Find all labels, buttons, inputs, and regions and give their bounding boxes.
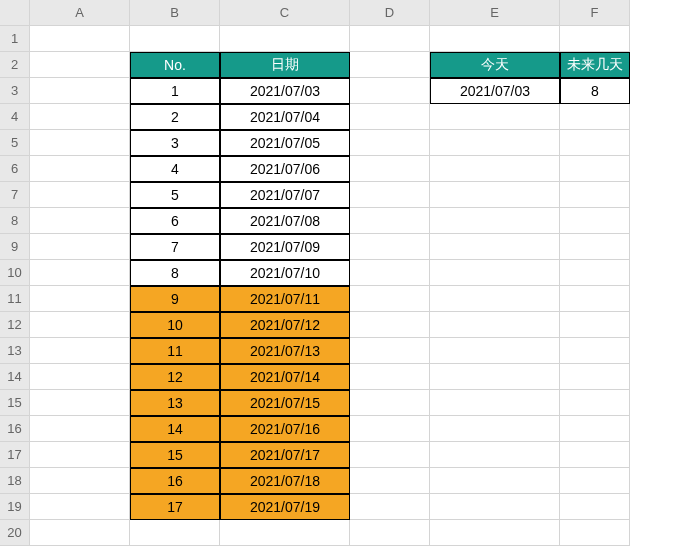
cell-e16[interactable]: [430, 416, 560, 442]
cell-a8[interactable]: [30, 208, 130, 234]
table-cell-date[interactable]: 2021/07/10: [220, 260, 350, 286]
header-date[interactable]: 日期: [220, 52, 350, 78]
cell-e10[interactable]: [430, 260, 560, 286]
table-cell-date[interactable]: 2021/07/09: [220, 234, 350, 260]
cell-a1[interactable]: [30, 26, 130, 52]
cell-d4[interactable]: [350, 104, 430, 130]
cell-a2[interactable]: [30, 52, 130, 78]
cell-a18[interactable]: [30, 468, 130, 494]
cell-a4[interactable]: [30, 104, 130, 130]
row-header-12[interactable]: 12: [0, 312, 30, 338]
cell-e12[interactable]: [430, 312, 560, 338]
table-cell-no[interactable]: 1: [130, 78, 220, 104]
table-cell-date[interactable]: 2021/07/17: [220, 442, 350, 468]
cell-f20[interactable]: [560, 520, 630, 546]
cell-d1[interactable]: [350, 26, 430, 52]
row-header-9[interactable]: 9: [0, 234, 30, 260]
header-today[interactable]: 今天: [430, 52, 560, 78]
cell-f13[interactable]: [560, 338, 630, 364]
cell-c1[interactable]: [220, 26, 350, 52]
cell-f4[interactable]: [560, 104, 630, 130]
row-header-13[interactable]: 13: [0, 338, 30, 364]
cell-d12[interactable]: [350, 312, 430, 338]
table-cell-date[interactable]: 2021/07/15: [220, 390, 350, 416]
row-header-4[interactable]: 4: [0, 104, 30, 130]
cell-e17[interactable]: [430, 442, 560, 468]
row-header-11[interactable]: 11: [0, 286, 30, 312]
cell-a16[interactable]: [30, 416, 130, 442]
cell-a3[interactable]: [30, 78, 130, 104]
row-header-15[interactable]: 15: [0, 390, 30, 416]
cell-d10[interactable]: [350, 260, 430, 286]
table-cell-no[interactable]: 6: [130, 208, 220, 234]
cell-f11[interactable]: [560, 286, 630, 312]
table-cell-date[interactable]: 2021/07/04: [220, 104, 350, 130]
table-cell-no[interactable]: 4: [130, 156, 220, 182]
cell-e5[interactable]: [430, 130, 560, 156]
cell-f19[interactable]: [560, 494, 630, 520]
cell-d17[interactable]: [350, 442, 430, 468]
col-header-f[interactable]: F: [560, 0, 630, 26]
cell-d9[interactable]: [350, 234, 430, 260]
table-cell-no[interactable]: 8: [130, 260, 220, 286]
cell-f6[interactable]: [560, 156, 630, 182]
cell-d11[interactable]: [350, 286, 430, 312]
cell-b1[interactable]: [130, 26, 220, 52]
cell-f14[interactable]: [560, 364, 630, 390]
cell-e19[interactable]: [430, 494, 560, 520]
cell-a14[interactable]: [30, 364, 130, 390]
cell-b20[interactable]: [130, 520, 220, 546]
table-cell-date[interactable]: 2021/07/05: [220, 130, 350, 156]
table-cell-date[interactable]: 2021/07/12: [220, 312, 350, 338]
corner-cell[interactable]: [0, 0, 30, 26]
table-cell-no[interactable]: 16: [130, 468, 220, 494]
cell-a19[interactable]: [30, 494, 130, 520]
cell-e20[interactable]: [430, 520, 560, 546]
cell-e13[interactable]: [430, 338, 560, 364]
cell-a5[interactable]: [30, 130, 130, 156]
cell-e18[interactable]: [430, 468, 560, 494]
col-header-d[interactable]: D: [350, 0, 430, 26]
cell-e11[interactable]: [430, 286, 560, 312]
row-header-2[interactable]: 2: [0, 52, 30, 78]
table-cell-no[interactable]: 2: [130, 104, 220, 130]
cell-e8[interactable]: [430, 208, 560, 234]
table-cell-no[interactable]: 13: [130, 390, 220, 416]
cell-f7[interactable]: [560, 182, 630, 208]
col-header-a[interactable]: A: [30, 0, 130, 26]
cell-d7[interactable]: [350, 182, 430, 208]
cell-a12[interactable]: [30, 312, 130, 338]
row-header-10[interactable]: 10: [0, 260, 30, 286]
row-header-17[interactable]: 17: [0, 442, 30, 468]
table-cell-date[interactable]: 2021/07/11: [220, 286, 350, 312]
cell-a9[interactable]: [30, 234, 130, 260]
cell-d18[interactable]: [350, 468, 430, 494]
table-cell-no[interactable]: 11: [130, 338, 220, 364]
table-cell-no[interactable]: 17: [130, 494, 220, 520]
row-header-8[interactable]: 8: [0, 208, 30, 234]
cell-a7[interactable]: [30, 182, 130, 208]
table-cell-date[interactable]: 2021/07/19: [220, 494, 350, 520]
row-header-20[interactable]: 20: [0, 520, 30, 546]
cell-c20[interactable]: [220, 520, 350, 546]
row-header-14[interactable]: 14: [0, 364, 30, 390]
table-cell-date[interactable]: 2021/07/13: [220, 338, 350, 364]
cell-d20[interactable]: [350, 520, 430, 546]
cell-d16[interactable]: [350, 416, 430, 442]
table-cell-date[interactable]: 2021/07/07: [220, 182, 350, 208]
cell-f10[interactable]: [560, 260, 630, 286]
header-no[interactable]: No.: [130, 52, 220, 78]
row-header-3[interactable]: 3: [0, 78, 30, 104]
value-future-days[interactable]: 8: [560, 78, 630, 104]
col-header-c[interactable]: C: [220, 0, 350, 26]
table-cell-date[interactable]: 2021/07/08: [220, 208, 350, 234]
cell-f12[interactable]: [560, 312, 630, 338]
table-cell-date[interactable]: 2021/07/16: [220, 416, 350, 442]
cell-d14[interactable]: [350, 364, 430, 390]
cell-a11[interactable]: [30, 286, 130, 312]
table-cell-no[interactable]: 9: [130, 286, 220, 312]
cell-a17[interactable]: [30, 442, 130, 468]
table-cell-no[interactable]: 5: [130, 182, 220, 208]
cell-f1[interactable]: [560, 26, 630, 52]
table-cell-date[interactable]: 2021/07/14: [220, 364, 350, 390]
